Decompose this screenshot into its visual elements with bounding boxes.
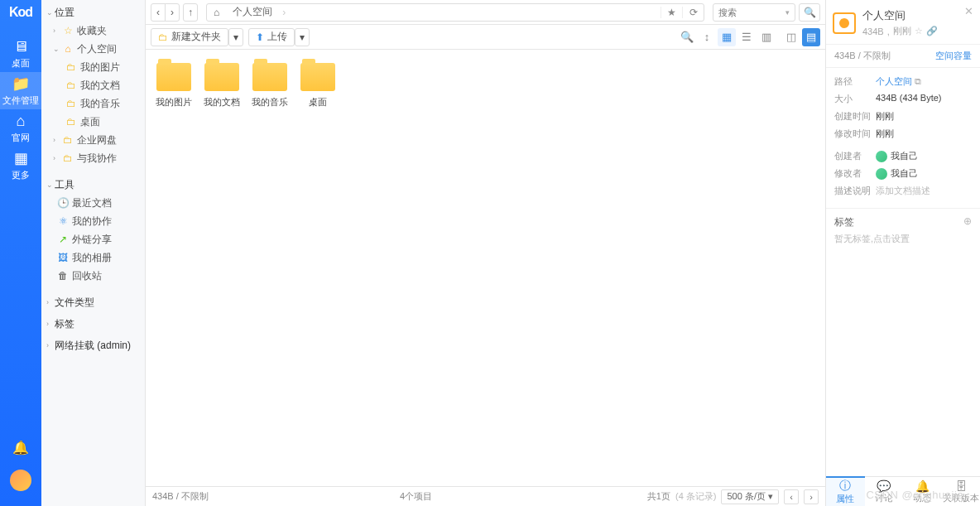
- tree-personal[interactable]: ⌄⌂个人空间: [41, 40, 145, 58]
- nav-forward-button[interactable]: ›: [165, 3, 180, 22]
- search-input[interactable]: [718, 7, 768, 17]
- refresh-button[interactable]: ⟳: [682, 7, 704, 18]
- tree-location[interactable]: ⌄位置: [41, 3, 145, 22]
- rail-website-label: 官网: [12, 132, 30, 144]
- details-modifier: 我自己: [876, 167, 972, 180]
- breadcrumb-seg[interactable]: 个人空间: [226, 4, 279, 21]
- tree-filetype[interactable]: ›文件类型: [41, 293, 145, 311]
- view-split-button[interactable]: ◫: [782, 28, 800, 46]
- bell-icon: 🔔: [12, 440, 29, 455]
- page-next-button[interactable]: ›: [804, 489, 819, 504]
- upload-button[interactable]: ⬆上传: [248, 28, 295, 46]
- tree-recent[interactable]: 🕒最近文档: [41, 194, 145, 212]
- tree-personal-pictures[interactable]: 🗀我的图片: [41, 58, 145, 76]
- window-icon: ⧉: [915, 76, 921, 86]
- tags-hint[interactable]: 暂无标签,点击设置: [834, 233, 972, 245]
- tree-enterprise[interactable]: ›🗀企业网盘: [41, 131, 145, 149]
- tree-personal-desktop[interactable]: 🗀桌面: [41, 113, 145, 131]
- folder-icon: 🗀: [61, 152, 74, 164]
- tree-favorites[interactable]: ›☆收藏夹: [41, 22, 145, 40]
- usage-link[interactable]: 空间容量: [935, 50, 972, 62]
- tree-album[interactable]: 🖼我的相册: [41, 248, 145, 267]
- folder-icon: 🗀: [65, 98, 78, 109]
- details-desc[interactable]: 添加文档描述: [876, 185, 972, 197]
- tab-versions[interactable]: 🗄关联版本: [942, 477, 981, 506]
- tags-label: 标签: [834, 215, 854, 229]
- status-usage: 434B / 不限制: [152, 490, 400, 503]
- tree-shared[interactable]: ›🗀与我协作: [41, 149, 145, 167]
- space-icon: [833, 12, 856, 34]
- tree-personal-docs[interactable]: 🗀我的文档: [41, 76, 145, 94]
- folder-icon: 🗀: [158, 31, 168, 43]
- tree-personal-music[interactable]: 🗀我的音乐: [41, 94, 145, 113]
- nav-back-button[interactable]: ‹: [151, 3, 166, 22]
- tab-properties[interactable]: ⓘ属性: [826, 476, 865, 506]
- avatar-icon: [876, 151, 887, 162]
- folder-item[interactable]: 我的音乐: [248, 61, 291, 110]
- tree-linkshare[interactable]: ↗外链分享: [41, 230, 145, 248]
- home-icon: ⌂: [17, 113, 26, 130]
- folder-item[interactable]: 我的文档: [200, 61, 243, 110]
- folder-icon: 📁: [12, 75, 30, 93]
- tree-mount[interactable]: ›网络挂载 (admin): [41, 336, 145, 354]
- status-page: 共1页: [647, 490, 670, 503]
- close-button[interactable]: ✕: [964, 5, 973, 17]
- clock-icon: 🕒: [56, 197, 70, 209]
- search-icon: 🔍: [804, 7, 816, 18]
- tab-activity[interactable]: 🔔动态: [903, 477, 942, 506]
- upload-icon: ⬆: [256, 31, 264, 43]
- info-icon: ⓘ: [839, 479, 851, 494]
- stack-icon: 🗄: [955, 479, 967, 493]
- tree-tools[interactable]: ⌄工具: [41, 176, 145, 194]
- details-mtime: 刚刚: [876, 128, 972, 140]
- star-icon[interactable]: ☆: [915, 26, 923, 36]
- tree-tags[interactable]: ›标签: [41, 315, 145, 333]
- avatar[interactable]: [10, 470, 31, 491]
- view-list-button[interactable]: ☰: [737, 28, 756, 46]
- folder-icon: [300, 63, 335, 91]
- new-folder-button[interactable]: 🗀新建文件夹: [151, 28, 228, 46]
- toggle-panel-button[interactable]: ▤: [802, 28, 820, 46]
- status-count: 4个项目: [400, 490, 647, 503]
- add-tag-button[interactable]: ⊕: [963, 215, 972, 229]
- share-icon: ⚛: [56, 215, 70, 227]
- new-folder-dropdown[interactable]: ▾: [228, 28, 243, 46]
- notifications-button[interactable]: 🔔: [0, 435, 41, 460]
- search-button[interactable]: 🔍: [799, 3, 820, 22]
- details-path[interactable]: 个人空间 ⧉: [876, 75, 972, 88]
- avatar-icon: [876, 168, 887, 180]
- home-icon: ⌂: [207, 4, 226, 21]
- tab-discuss[interactable]: 💬讨论: [865, 477, 904, 506]
- tree-mycollab[interactable]: ⚛我的协作: [41, 212, 145, 230]
- zoom-button[interactable]: 🔍: [678, 28, 696, 46]
- chevron-right-icon: ›: [279, 7, 289, 18]
- file-grid: 我的图片 我的文档 我的音乐 桌面: [146, 50, 825, 486]
- details-time: 刚刚: [893, 25, 911, 37]
- grid-icon: ▦: [14, 149, 28, 167]
- link-icon[interactable]: 🔗: [926, 26, 938, 36]
- folder-icon: [204, 63, 239, 91]
- details-size-full: 434B (434 Byte): [876, 93, 972, 105]
- search-box[interactable]: ▾: [713, 3, 795, 22]
- favorite-button[interactable]: ★: [661, 7, 682, 18]
- bell-icon: 🔔: [915, 479, 930, 493]
- rail-desktop[interactable]: 🖥 桌面: [0, 35, 41, 72]
- folder-item[interactable]: 我的图片: [152, 61, 195, 110]
- rail-more[interactable]: ▦ 更多: [0, 147, 41, 184]
- view-columns-button[interactable]: ▥: [757, 28, 776, 46]
- folder-icon: 🗀: [61, 134, 74, 146]
- page-prev-button[interactable]: ‹: [784, 489, 799, 504]
- folder-item[interactable]: 桌面: [296, 61, 339, 110]
- breadcrumb[interactable]: ⌂ 个人空间 › ★ ⟳: [206, 3, 704, 22]
- sidebar: ⌄位置 ›☆收藏夹 ⌄⌂个人空间 🗀我的图片 🗀我的文档 🗀我的音乐 🗀桌面 ›…: [41, 0, 146, 506]
- per-page-select[interactable]: 500 条/页 ▾: [721, 489, 779, 504]
- view-icons-button[interactable]: ▦: [718, 28, 736, 46]
- rail-files[interactable]: 📁 文件管理: [0, 72, 41, 109]
- upload-dropdown[interactable]: ▾: [295, 28, 310, 46]
- folder-icon: [156, 63, 191, 91]
- logo: Kod: [0, 0, 41, 25]
- rail-website[interactable]: ⌂ 官网: [0, 109, 41, 147]
- tree-recycle[interactable]: 🗑回收站: [41, 267, 145, 285]
- sort-button[interactable]: ↕: [698, 28, 716, 46]
- nav-up-button[interactable]: ↑: [183, 3, 198, 22]
